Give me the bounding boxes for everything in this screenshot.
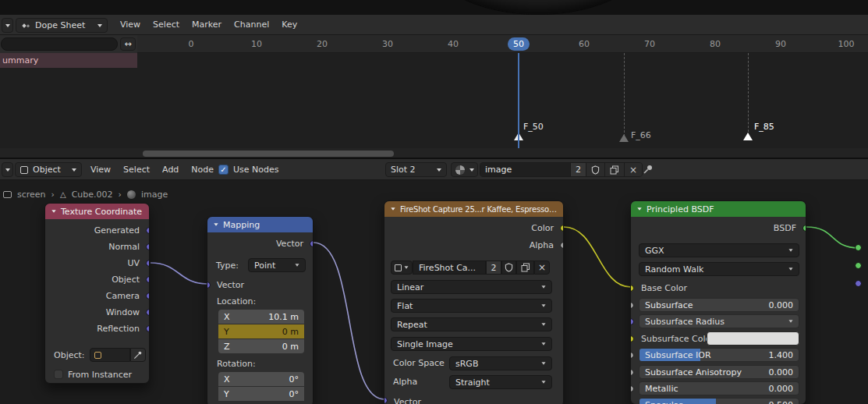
- node-texture-coordinate[interactable]: Texture Coordinate Generated Normal UV O…: [44, 203, 150, 384]
- menu-select[interactable]: Select: [117, 159, 156, 179]
- menu-node[interactable]: Node: [185, 159, 220, 179]
- material-output-volume-socket[interactable]: [855, 262, 862, 269]
- socket-out-vector[interactable]: [310, 240, 314, 247]
- eyedropper-button[interactable]: [130, 348, 146, 362]
- mapping-type-dropdown[interactable]: Point: [248, 258, 306, 272]
- socket-out-uv[interactable]: [146, 260, 150, 267]
- editor-type-button[interactable]: [2, 18, 13, 33]
- subsurface-method-dropdown[interactable]: Random Walk: [639, 262, 799, 276]
- node-header[interactable]: Texture Coordinate: [45, 204, 149, 219]
- socket-out-window[interactable]: [146, 309, 150, 316]
- collapse-icon[interactable]: [214, 223, 218, 226]
- metallic-slider[interactable]: Metallic 0.000: [639, 381, 799, 395]
- subsurface-ior-slider[interactable]: Subsurface IOR 1.400: [639, 348, 799, 362]
- menu-view[interactable]: View: [114, 15, 147, 34]
- image-copy-button[interactable]: [516, 260, 534, 275]
- dopesheet-mode-dropdown[interactable]: Dope Sheet: [16, 18, 108, 33]
- marker-triangle-f85[interactable]: [743, 133, 753, 140]
- material-output-surface-socket[interactable]: [855, 244, 862, 251]
- collapse-icon[interactable]: [51, 210, 55, 213]
- socket-out-camera[interactable]: [146, 292, 150, 299]
- from-instancer-row[interactable]: From Instancer: [54, 367, 132, 381]
- node-header[interactable]: Mapping: [207, 217, 313, 232]
- from-instancer-checkbox[interactable]: [54, 370, 63, 379]
- distribution-dropdown[interactable]: GGX: [639, 243, 799, 257]
- dopesheet-scrollbar[interactable]: [0, 148, 868, 159]
- socket-out-bsdf[interactable]: [802, 225, 806, 232]
- dopesheet-body[interactable]: ummary F_50 F_66 F_85: [0, 53, 868, 148]
- new-material-button[interactable]: [604, 163, 624, 176]
- projection-dropdown[interactable]: Flat: [391, 299, 552, 313]
- use-nodes-toggle[interactable]: ✓ Use Nodes: [218, 159, 279, 179]
- current-frame-indicator[interactable]: 50: [508, 37, 530, 51]
- breadcrumb-object[interactable]: Cube.002: [72, 190, 113, 200]
- source-dropdown[interactable]: Single Image: [391, 337, 552, 351]
- unlink-material-button[interactable]: ×: [624, 163, 642, 176]
- menu-key[interactable]: Key: [275, 15, 303, 34]
- channel-search-input[interactable]: [1, 37, 118, 51]
- location-x-field[interactable]: X 10.1 m: [218, 310, 304, 324]
- socket-in-subsurface[interactable]: [630, 302, 634, 309]
- node-principled-bsdf[interactable]: Principled BSDF BSDF GGX Random Walk Bas…: [630, 200, 806, 404]
- breadcrumb-screen[interactable]: screen: [17, 190, 46, 200]
- location-z-field[interactable]: Z 0 m: [218, 339, 304, 353]
- socket-out-reflection[interactable]: [146, 325, 150, 332]
- socket-in-subsurface-radius[interactable]: [630, 318, 634, 325]
- collapse-icon[interactable]: [391, 207, 395, 211]
- alpha-mode-dropdown[interactable]: Straight: [449, 375, 552, 389]
- menu-view[interactable]: View: [84, 159, 117, 179]
- collapse-icon[interactable]: [637, 207, 641, 211]
- rotation-y-field[interactable]: Y 0°: [218, 387, 304, 401]
- node-canvas[interactable]: screen › △ Cube.002 › image: [0, 180, 868, 404]
- node-header[interactable]: FireShot Capture 25...r Kaffee, Espresso…: [384, 201, 563, 217]
- image-unlink-button[interactable]: ×: [534, 260, 550, 275]
- specular-slider[interactable]: Specular 0.500: [639, 398, 799, 404]
- node-header[interactable]: Principled BSDF: [631, 201, 806, 217]
- fake-user-button[interactable]: [586, 163, 604, 176]
- object-picker-field[interactable]: [90, 348, 130, 362]
- location-y-field[interactable]: Y 0 m: [218, 324, 304, 338]
- socket-in-subsurface-ior[interactable]: [630, 352, 634, 359]
- node-image-texture[interactable]: FireShot Capture 25...r Kaffee, Espresso…: [384, 200, 564, 404]
- extension-dropdown[interactable]: Repeat: [391, 317, 552, 331]
- use-nodes-checkbox[interactable]: ✓: [218, 165, 229, 175]
- channel-summary-row[interactable]: ummary: [0, 53, 137, 68]
- interpolation-dropdown[interactable]: Linear: [391, 280, 552, 294]
- menu-select[interactable]: Select: [147, 15, 186, 34]
- subsurface-anisotropy-slider[interactable]: Subsurface Anisotropy 0.000: [639, 365, 799, 379]
- scrollbar-thumb[interactable]: [143, 151, 394, 157]
- socket-out-generated[interactable]: [146, 227, 150, 234]
- material-name-field[interactable]: image: [480, 163, 570, 176]
- socket-in-base-color[interactable]: [630, 285, 634, 292]
- node-mapping[interactable]: Mapping Vector Type: Point Vector Locati…: [207, 216, 314, 404]
- breadcrumb-material[interactable]: image: [141, 190, 168, 200]
- socket-in-vector[interactable]: [207, 282, 211, 289]
- subsurface-slider[interactable]: Subsurface 0.000: [639, 298, 799, 312]
- socket-out-normal[interactable]: [146, 243, 150, 250]
- subsurface-color-swatch[interactable]: [707, 331, 799, 346]
- shader-mode-dropdown[interactable]: Object: [15, 162, 82, 177]
- slot-dropdown[interactable]: Slot 2: [385, 162, 447, 177]
- expand-channels-button[interactable]: ↔: [120, 37, 136, 51]
- timeline-ruler[interactable]: 0 10 20 30 40 60 70 80 90 100 50: [137, 35, 868, 53]
- image-browse-button[interactable]: [391, 260, 413, 275]
- color-space-dropdown[interactable]: sRGB: [449, 356, 552, 370]
- menu-marker[interactable]: Marker: [186, 15, 228, 34]
- material-output-displacement-socket[interactable]: [855, 280, 862, 287]
- image-name-field[interactable]: FireShot Ca...: [413, 260, 486, 275]
- material-users-count[interactable]: 2: [570, 163, 586, 176]
- socket-in-subsurface-color[interactable]: [630, 335, 634, 342]
- socket-out-object[interactable]: [146, 276, 150, 283]
- menu-channel[interactable]: Channel: [228, 15, 275, 34]
- socket-out-color[interactable]: [560, 225, 564, 232]
- socket-in-metallic[interactable]: [630, 385, 634, 392]
- subsurface-radius-widget[interactable]: Subsurface Radius: [639, 314, 799, 328]
- editor-type-button[interactable]: [2, 162, 13, 177]
- image-fake-user-button[interactable]: [501, 260, 516, 275]
- menu-add[interactable]: Add: [156, 159, 185, 179]
- socket-in-vector[interactable]: [384, 397, 388, 404]
- image-users-count[interactable]: 2: [486, 260, 501, 275]
- socket-out-alpha[interactable]: [560, 242, 564, 249]
- rotation-x-field[interactable]: X 0°: [218, 372, 304, 386]
- browse-material-button[interactable]: [451, 162, 478, 177]
